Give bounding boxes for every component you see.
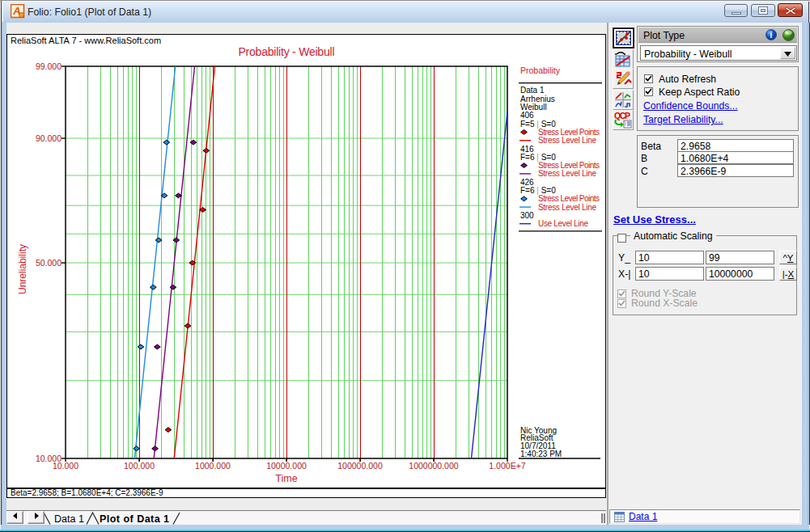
svg-text:99.000: 99.000 xyxy=(36,61,61,71)
svg-text:300: 300 xyxy=(520,211,534,220)
svg-text:Use Level Line: Use Level Line xyxy=(538,219,588,228)
svg-text:10000.000: 10000.000 xyxy=(266,461,307,471)
svg-text:90.000: 90.000 xyxy=(36,133,61,143)
svg-text:Plot of Data 1: Plot of Data 1 xyxy=(100,513,169,525)
svg-text:1000.000: 1000.000 xyxy=(195,461,231,471)
svg-text:i: i xyxy=(770,31,773,40)
svg-text:100000.000: 100000.000 xyxy=(337,461,383,471)
svg-text:Unreliability: Unreliability xyxy=(17,244,28,294)
svg-text:1000000.000: 1000000.000 xyxy=(409,461,458,471)
svg-text:Time: Time xyxy=(275,473,297,484)
svg-text:Stress Level Line: Stress Level Line xyxy=(538,169,596,178)
svg-text:Data 1: Data 1 xyxy=(54,513,84,525)
svg-text:QCP: QCP xyxy=(614,112,630,120)
svg-text:Probability: Probability xyxy=(520,65,561,75)
svg-text:50.000: 50.000 xyxy=(36,258,61,268)
svg-text:Stress Level Line: Stress Level Line xyxy=(538,203,596,212)
svg-text:100.000: 100.000 xyxy=(124,461,155,471)
svg-text:1.000E+7: 1.000E+7 xyxy=(489,461,525,471)
svg-text:10.000: 10.000 xyxy=(53,461,78,471)
svg-text:1:40:23 PM: 1:40:23 PM xyxy=(520,450,562,458)
svg-text:ReliaSoft ALTA 7 - www.ReliaSo: ReliaSoft ALTA 7 - www.ReliaSoft.com xyxy=(11,36,161,45)
svg-text:Probability - Weibull: Probability - Weibull xyxy=(239,45,335,58)
svg-text:Stress Level Line: Stress Level Line xyxy=(538,136,596,145)
